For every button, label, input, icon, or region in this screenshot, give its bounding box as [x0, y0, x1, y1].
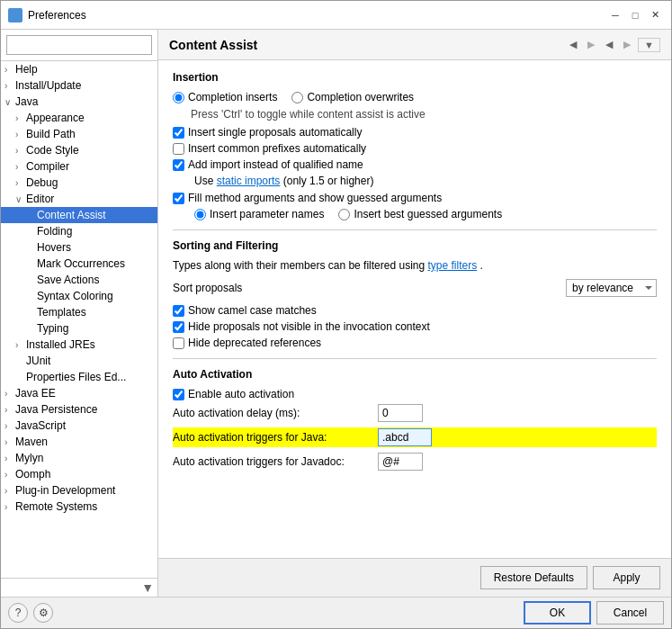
nav-back-button[interactable]: ◀: [566, 37, 580, 52]
completion-overwrites-text: Completion overwrites: [307, 91, 414, 103]
insertion-title: Insertion: [173, 71, 657, 84]
tree-label-compiler: Compiler: [26, 160, 154, 173]
insert-param-names-radio[interactable]: [194, 209, 206, 220]
tree-label-folding: Folding: [37, 225, 154, 238]
window-icon: [8, 8, 22, 22]
completion-radio-group: Completion inserts Completion overwrites: [173, 91, 657, 103]
tree-item-installed-jres[interactable]: ›Installed JREs: [1, 337, 157, 353]
hide-not-visible-label[interactable]: Hide proposals not visible in the invoca…: [173, 320, 657, 333]
enable-auto-activation-label[interactable]: Enable auto activation: [173, 388, 657, 400]
show-camel-case-label[interactable]: Show camel case matches: [173, 304, 657, 317]
tree-item-typing[interactable]: Typing: [1, 320, 157, 337]
tree-arrow-plugin-development: ›: [4, 486, 15, 496]
tree-item-hovers[interactable]: Hovers: [1, 239, 157, 256]
sort-proposals-select[interactable]: by relevancealphabetically: [566, 279, 657, 297]
fill-method-args-label[interactable]: Fill method arguments and show guessed a…: [173, 192, 657, 204]
tree-item-build-path[interactable]: ›Build Path: [1, 126, 157, 142]
tree-item-mark-occurrences[interactable]: Mark Occurrences: [1, 256, 157, 272]
tree-label-javascript: JavaScript: [15, 419, 154, 432]
tree-arrow-java-ee: ›: [4, 389, 15, 399]
nav-forward2-button[interactable]: ▶: [620, 37, 634, 52]
insert-param-names-label[interactable]: Insert parameter names: [194, 208, 324, 220]
insert-single-proposals-check[interactable]: [173, 127, 184, 139]
apply-button[interactable]: Apply: [593, 566, 660, 589]
tree-arrow-compiler: ›: [15, 162, 26, 172]
tree-item-syntax-coloring[interactable]: Syntax Coloring: [1, 288, 157, 304]
nav-dropdown-button[interactable]: ▼: [638, 38, 660, 52]
tree-arrow-maven: ›: [4, 437, 15, 447]
completion-inserts-radio[interactable]: [173, 92, 184, 103]
show-camel-case-check[interactable]: [173, 305, 184, 317]
tree-label-debug: Debug: [26, 176, 154, 189]
activation-java-row: Auto activation triggers for Java:: [173, 427, 657, 447]
settings-icon-button[interactable]: ⚙: [33, 603, 53, 623]
tree-item-java-ee[interactable]: ›Java EE: [1, 385, 157, 401]
maximize-button[interactable]: □: [626, 6, 644, 24]
activation-delay-input[interactable]: [378, 404, 423, 422]
tree-item-code-style[interactable]: ›Code Style: [1, 142, 157, 158]
tree-scroll-down[interactable]: ▼: [141, 580, 154, 595]
hide-not-visible-check[interactable]: [173, 321, 184, 333]
tree-arrow-appearance: ›: [15, 113, 26, 123]
insert-common-prefixes-check[interactable]: [173, 143, 184, 155]
hide-deprecated-label[interactable]: Hide deprecated references: [173, 337, 657, 349]
tree-item-properties-files-editor[interactable]: Properties Files Ed...: [1, 369, 157, 385]
tree-item-content-assist[interactable]: Content Assist: [1, 207, 157, 223]
tree-item-remote-systems[interactable]: ›Remote Systems: [1, 499, 157, 515]
static-imports-link[interactable]: static imports: [217, 175, 281, 187]
tree-item-oomph[interactable]: ›Oomph: [1, 466, 157, 482]
tree-item-install-update[interactable]: ›Install/Update: [1, 77, 157, 94]
tree-label-syntax-coloring: Syntax Coloring: [37, 290, 154, 302]
tree-item-junit[interactable]: JUnit: [1, 353, 157, 369]
tree-item-maven[interactable]: ›Maven: [1, 434, 157, 450]
tree-item-javascript[interactable]: ›JavaScript: [1, 418, 157, 434]
ok-button[interactable]: OK: [524, 601, 591, 625]
tree-label-installed-jres: Installed JREs: [26, 338, 154, 351]
panel-title: Content Assist: [169, 38, 257, 52]
activation-java-input[interactable]: [378, 428, 432, 446]
tree-item-mylyn[interactable]: ›Mylyn: [1, 450, 157, 466]
completion-inserts-label[interactable]: Completion inserts: [173, 91, 277, 103]
main-content: ›Help›Install/Update∨Java›Appearance›Bui…: [1, 30, 671, 597]
search-input[interactable]: [6, 35, 152, 55]
tree-item-compiler[interactable]: ›Compiler: [1, 158, 157, 175]
help-icon-button[interactable]: ?: [8, 603, 28, 623]
tree-item-save-actions[interactable]: Save Actions: [1, 272, 157, 288]
tree-item-editor[interactable]: ∨Editor: [1, 191, 157, 207]
insert-best-guessed-radio[interactable]: [338, 209, 350, 220]
tree-item-templates[interactable]: Templates: [1, 304, 157, 320]
fill-method-args-check[interactable]: [173, 193, 184, 204]
tree-item-java-persistence[interactable]: ›Java Persistence: [1, 401, 157, 418]
hide-deprecated-check[interactable]: [173, 337, 184, 349]
tree-label-junit: JUnit: [26, 355, 154, 367]
add-import-label[interactable]: Add import instead of qualified name: [173, 158, 657, 171]
close-button[interactable]: ✕: [646, 6, 664, 24]
auto-activation-section: Auto Activation Enable auto activation A…: [173, 368, 657, 471]
tree-item-appearance[interactable]: ›Appearance: [1, 110, 157, 126]
tree-item-java[interactable]: ∨Java: [1, 94, 157, 110]
tree-arrow-editor: ∨: [15, 194, 26, 204]
tree-label-java: Java: [15, 95, 154, 108]
tree-item-help[interactable]: ›Help: [1, 61, 157, 77]
tree-label-plugin-development: Plug-in Development: [15, 484, 154, 497]
minimize-button[interactable]: ─: [606, 6, 624, 24]
enable-auto-activation-check[interactable]: [173, 389, 184, 400]
activation-javadoc-input[interactable]: [378, 453, 423, 471]
add-import-check[interactable]: [173, 159, 184, 171]
insert-common-prefixes-label[interactable]: Insert common prefixes automatically: [173, 142, 657, 155]
activation-javadoc-row: Auto activation triggers for Javadoc:: [173, 453, 657, 471]
nav-back2-button[interactable]: ◀: [602, 37, 616, 52]
type-filters-link[interactable]: type filters: [428, 259, 478, 272]
completion-overwrites-radio[interactable]: [291, 92, 303, 103]
completion-overwrites-label[interactable]: Completion overwrites: [291, 91, 414, 103]
window-title: Preferences: [28, 9, 86, 22]
restore-defaults-button[interactable]: Restore Defaults: [480, 566, 587, 589]
footer-bar: ? ⚙ OK Cancel: [1, 597, 671, 628]
cancel-button[interactable]: Cancel: [596, 601, 664, 625]
tree-item-plugin-development[interactable]: ›Plug-in Development: [1, 482, 157, 499]
tree-item-folding[interactable]: Folding: [1, 223, 157, 239]
nav-forward-button[interactable]: ▶: [584, 37, 598, 52]
insert-best-guessed-label[interactable]: Insert best guessed arguments: [338, 208, 502, 220]
tree-item-debug[interactable]: ›Debug: [1, 175, 157, 191]
insert-single-proposals-label[interactable]: Insert single proposals automatically: [173, 126, 657, 139]
